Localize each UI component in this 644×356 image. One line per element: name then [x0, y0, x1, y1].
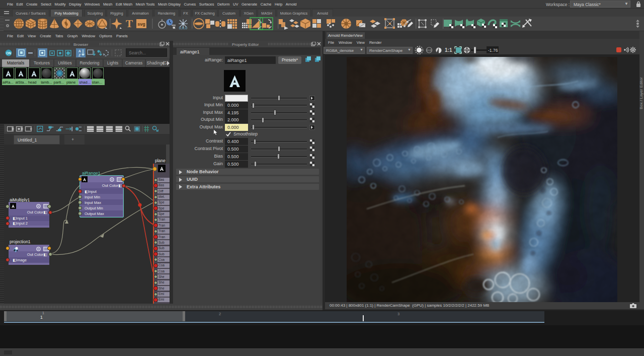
svg-text:RGB: RGB — [427, 49, 432, 52]
svg-text:0,0,0: 0,0,0 — [179, 26, 188, 30]
svg-text:1:1: 1:1 — [445, 47, 452, 53]
svg-text:Box / Layer Editor: Box / Layer Editor — [639, 77, 643, 109]
